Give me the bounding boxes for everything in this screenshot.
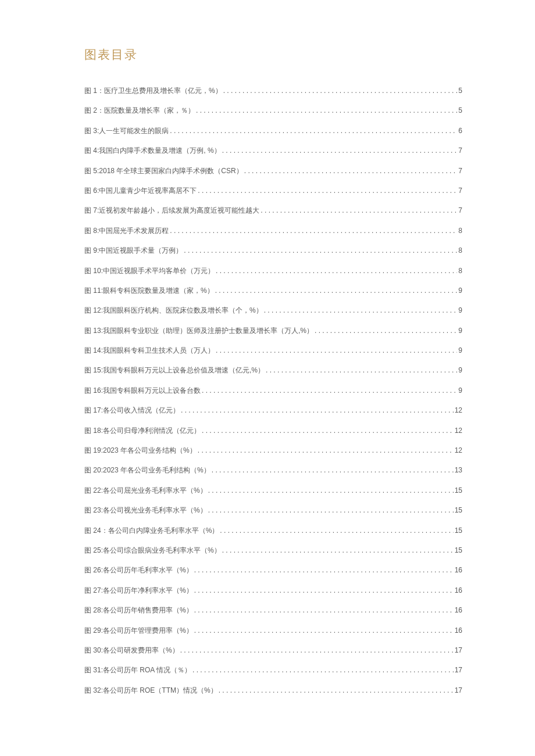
toc-title: 图表目录 — [84, 46, 462, 63]
toc-dots — [222, 546, 454, 556]
toc-item: 图 30:各公司研发费用率（%）17 — [84, 646, 462, 655]
toc-item-text: 图 32:各公司历年 ROE（TTM）情况（%） — [84, 686, 217, 696]
toc-dots — [220, 526, 453, 536]
toc-item: 图 7:近视初发年龄越小，后续发展为高度近视可能性越大7 — [84, 206, 462, 216]
toc-item: 图 14:我国眼科专科卫生技术人员（万人）9 — [84, 346, 462, 356]
toc-item-text: 图 29:各公司历年管理费用率（%） — [84, 626, 193, 636]
toc-item-text: 图 9:中国近视眼手术量（万例） — [84, 246, 183, 256]
toc-item-text: 图 12:我国眼科医疗机构、医院床位数及增长率（个，%） — [84, 306, 263, 316]
toc-item: 图 28:各公司历年销售费用率（%）16 — [84, 605, 462, 615]
toc-item-page: 15 — [455, 546, 462, 556]
toc-item-page: 12 — [455, 446, 462, 456]
toc-item-page: 5 — [458, 106, 462, 116]
toc-item: 图 11:眼科专科医院数量及增速（家，%）9 — [84, 286, 462, 296]
toc-dots — [202, 426, 454, 436]
toc-item-text: 图 16:我国专科眼科万元以上设备台数 — [84, 386, 201, 396]
toc-dots — [222, 146, 458, 156]
toc-dots — [216, 346, 457, 356]
toc-item: 图 10:中国近视眼手术平均客单价（万元）8 — [84, 266, 462, 276]
toc-dots — [196, 106, 457, 116]
toc-dots — [208, 506, 454, 515]
toc-item-page: 5 — [458, 86, 462, 96]
toc-item-text: 图 2：医院数量及增长率（家，％） — [84, 106, 195, 116]
toc-item-page: 9 — [458, 386, 462, 396]
toc-list: 图 1：医疗卫生总费用及增长率（亿元，%）5图 2：医院数量及增长率（家，％）5… — [84, 86, 462, 696]
toc-item-text: 图 20:2023 年各公司业务毛利结构（%） — [84, 465, 211, 475]
toc-item-page: 8 — [458, 246, 462, 256]
toc-dots — [261, 206, 457, 216]
toc-item: 图 2：医院数量及增长率（家，％）5 — [84, 106, 462, 116]
toc-item-page: 17 — [455, 686, 462, 696]
toc-item-page: 12 — [455, 426, 462, 436]
toc-item: 图 17:各公司收入情况（亿元）12 — [84, 406, 462, 415]
toc-item-text: 图 19:2023 年各公司业务结构（%） — [84, 446, 197, 456]
toc-item-text: 图 4:我国白内障手术数量及增速（万例, %） — [84, 146, 221, 156]
toc-dots — [194, 626, 454, 636]
toc-dots — [202, 386, 457, 396]
toc-item-page: 9 — [458, 326, 462, 336]
toc-dots — [192, 665, 454, 675]
toc-item-page: 17 — [455, 646, 462, 655]
page-container: 图表目录 图 1：医疗卫生总费用及增长率（亿元，%）5图 2：医院数量及增长率（… — [0, 0, 535, 740]
toc-item: 图 16:我国专科眼科万元以上设备台数9 — [84, 386, 462, 396]
toc-item: 图 20:2023 年各公司业务毛利结构（%）13 — [84, 465, 462, 475]
toc-dots — [244, 166, 458, 176]
toc-dots — [223, 86, 458, 96]
toc-item-page: 9 — [458, 346, 462, 356]
toc-item-page: 15 — [455, 486, 462, 496]
toc-item: 图 19:2023 年各公司业务结构（%）12 — [84, 446, 462, 456]
toc-item: 图 3:人一生可能发生的眼病6 — [84, 126, 462, 136]
toc-item-text: 图 23:各公司视光业务毛利率水平（%） — [84, 506, 207, 515]
toc-item-text: 图 17:各公司收入情况（亿元） — [84, 406, 180, 415]
toc-item-page: 12 — [455, 406, 462, 415]
toc-item-page: 8 — [458, 226, 462, 236]
toc-item-page: 16 — [455, 626, 462, 636]
toc-item-text: 图 10:中国近视眼手术平均客单价（万元） — [84, 266, 215, 276]
toc-dots — [315, 326, 457, 336]
toc-dots — [266, 366, 457, 375]
toc-dots — [216, 266, 457, 276]
toc-item: 图 8:中国屈光手术发展历程8 — [84, 226, 462, 236]
toc-dots — [198, 186, 457, 196]
toc-item-text: 图 15:我国专科眼科万元以上设备总价值及增速（亿元,%） — [84, 366, 265, 375]
toc-item-text: 图 1：医疗卫生总费用及增长率（亿元，%） — [84, 86, 222, 96]
toc-item: 图 32:各公司历年 ROE（TTM）情况（%）17 — [84, 686, 462, 696]
toc-item: 图 22:各公司屈光业务毛利率水平（%）15 — [84, 486, 462, 496]
toc-item-page: 8 — [458, 266, 462, 276]
toc-item-page: 9 — [458, 286, 462, 296]
toc-item-text: 图 18:各公司归母净利润情况（亿元） — [84, 426, 201, 436]
toc-item-text: 图 28:各公司历年销售费用率（%） — [84, 605, 193, 615]
toc-dots — [170, 226, 457, 236]
toc-item: 图 23:各公司视光业务毛利率水平（%）15 — [84, 506, 462, 515]
toc-item-text: 图 25:各公司综合眼病业务毛利率水平（%） — [84, 546, 221, 556]
toc-item-page: 16 — [455, 565, 462, 575]
toc-item-page: 13 — [455, 465, 462, 475]
toc-item-text: 图 22:各公司屈光业务毛利率水平（%） — [84, 486, 207, 496]
toc-item-page: 16 — [455, 605, 462, 615]
toc-dots — [194, 565, 454, 575]
toc-dots — [180, 646, 454, 655]
toc-item-text: 图 3:人一生可能发生的眼病 — [84, 126, 169, 136]
toc-dots — [194, 586, 454, 596]
toc-dots — [208, 486, 454, 496]
toc-item-text: 图 31:各公司历年 ROA 情况（％） — [84, 665, 191, 675]
toc-item-text: 图 8:中国屈光手术发展历程 — [84, 226, 169, 236]
toc-item-text: 图 14:我国眼科专科卫生技术人员（万人） — [84, 346, 215, 356]
toc-dots — [181, 406, 454, 415]
toc-dots — [264, 306, 458, 316]
toc-item: 图 18:各公司归母净利润情况（亿元）12 — [84, 426, 462, 436]
toc-item: 图 13:我国眼科专业职业（助理）医师及注册护士数量及增长率（万人,%）9 — [84, 326, 462, 336]
toc-dots — [184, 246, 457, 256]
toc-item-page: 7 — [458, 186, 462, 196]
toc-item-page: 17 — [455, 665, 462, 675]
toc-item-page: 9 — [458, 306, 462, 316]
toc-item: 图 5:2018 年全球主要国家白内障手术例数（CSR）7 — [84, 166, 462, 176]
toc-dots — [212, 465, 454, 475]
toc-dots — [170, 126, 457, 136]
toc-item-page: 7 — [458, 206, 462, 216]
toc-item-text: 图 30:各公司研发费用率（%） — [84, 646, 179, 655]
toc-item-text: 图 24：各公司白内障业务毛利率水平（%） — [84, 526, 219, 536]
toc-item: 图 24：各公司白内障业务毛利率水平（%）15 — [84, 526, 462, 536]
toc-item: 图 6:中国儿童青少年近视率高居不下7 — [84, 186, 462, 196]
toc-item: 图 12:我国眼科医疗机构、医院床位数及增长率（个，%）9 — [84, 306, 462, 316]
